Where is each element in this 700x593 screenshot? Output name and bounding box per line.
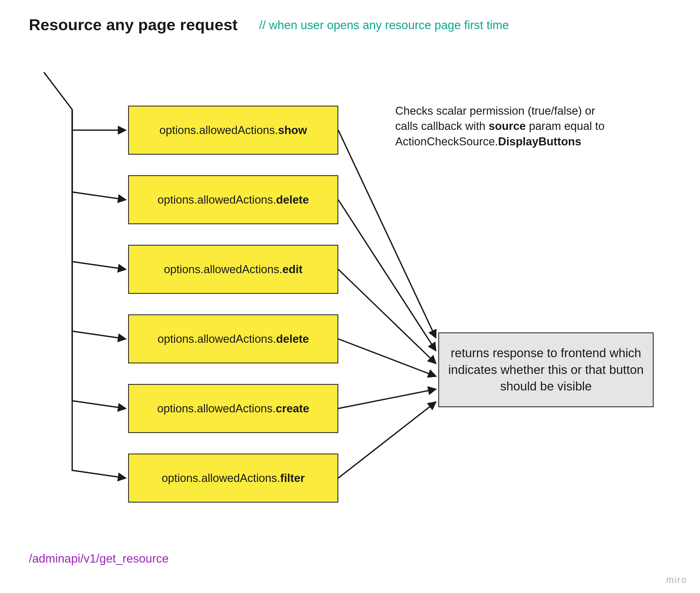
action-name: delete xyxy=(276,194,309,206)
response-box: returns response to frontend which indic… xyxy=(438,332,654,407)
action-name: filter xyxy=(280,472,305,484)
miro-watermark: miro xyxy=(666,575,687,585)
svg-line-1 xyxy=(44,72,72,110)
connector-arrows xyxy=(0,0,700,593)
svg-line-4 xyxy=(338,269,436,363)
action-box-create-4: options.allowedActions.create xyxy=(128,384,338,433)
action-box-edit-2: options.allowedActions.edit xyxy=(128,245,338,294)
action-prefix: options.allowedActions. xyxy=(157,194,276,206)
action-prefix: options.allowedActions. xyxy=(157,402,276,414)
action-box-show-0: options.allowedActions.show xyxy=(128,106,338,155)
action-prefix: options.allowedActions. xyxy=(157,333,276,345)
action-prefix: options.allowedActions. xyxy=(162,472,280,484)
description-text: Checks scalar permission (true/false) or… xyxy=(395,103,651,149)
svg-line-2 xyxy=(338,130,436,338)
svg-line-3 xyxy=(338,200,436,351)
action-prefix: options.allowedActions. xyxy=(164,263,282,276)
action-box-delete-1: options.allowedActions.delete xyxy=(128,175,338,224)
action-box-filter-5: options.allowedActions.filter xyxy=(128,453,338,503)
api-path-label: /adminapi/v1/get_resource xyxy=(29,552,169,565)
action-name: edit xyxy=(282,263,302,276)
action-prefix: options.allowedActions. xyxy=(159,124,278,136)
action-name: show xyxy=(278,124,307,136)
svg-line-6 xyxy=(338,389,436,408)
svg-line-5 xyxy=(338,339,436,376)
diagram-title: Resource any page request xyxy=(29,15,238,34)
action-name: create xyxy=(276,402,309,414)
diagram-subtitle: // when user opens any resource page fir… xyxy=(259,18,509,32)
action-name: delete xyxy=(276,333,309,345)
svg-line-7 xyxy=(338,402,436,478)
action-box-delete-3: options.allowedActions.delete xyxy=(128,314,338,363)
